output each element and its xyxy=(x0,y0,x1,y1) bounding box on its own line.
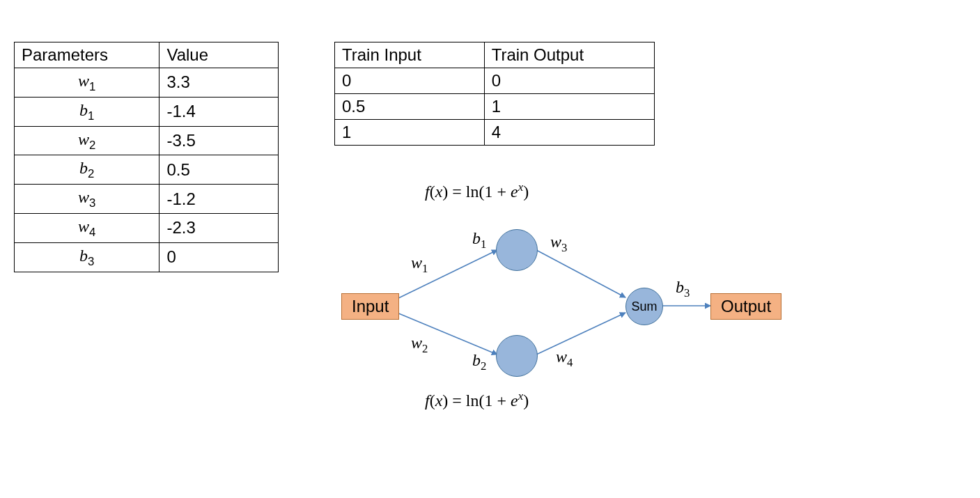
activation-top: f(x) = ln(1 + ex) xyxy=(425,180,529,201)
table-row: w2-3.5 xyxy=(15,126,279,155)
network-diagram: f(x) = ln(1 + ex) f(x) = ln(1 + ex) Inpu… xyxy=(334,173,766,424)
label-w3: w3 xyxy=(550,233,567,255)
output-node: Output xyxy=(710,293,781,320)
table-row: w13.3 xyxy=(15,68,279,98)
params-header-value: Value xyxy=(160,42,279,68)
table-row: b30 xyxy=(15,242,279,272)
train-header-input: Train Input xyxy=(335,42,485,68)
hidden-node-2 xyxy=(496,335,538,377)
table-row: 00 xyxy=(335,68,655,94)
table-row: 0.51 xyxy=(335,94,655,120)
table-row: b1-1.4 xyxy=(15,97,279,126)
svg-line-3 xyxy=(536,313,625,355)
hidden-node-1 xyxy=(496,229,538,271)
activation-bottom: f(x) = ln(1 + ex) xyxy=(425,389,529,410)
train-header-output: Train Output xyxy=(484,42,654,68)
table-row: b20.5 xyxy=(15,155,279,185)
label-w1: w1 xyxy=(411,254,428,276)
label-b1: b1 xyxy=(472,229,486,251)
table-row: 14 xyxy=(335,120,655,146)
svg-line-2 xyxy=(536,250,625,297)
table-row: w4-2.3 xyxy=(15,213,279,242)
sum-node: Sum xyxy=(625,288,663,325)
parameters-table: Parameters Value w13.3 b1-1.4 w2-3.5 b20… xyxy=(14,42,279,272)
label-b3: b3 xyxy=(676,278,690,300)
label-b2: b2 xyxy=(472,351,486,373)
train-table: Train Input Train Output 00 0.51 14 xyxy=(334,42,655,146)
input-node: Input xyxy=(341,293,399,320)
label-w2: w2 xyxy=(411,334,428,356)
label-w4: w4 xyxy=(556,348,573,370)
params-header-param: Parameters xyxy=(15,42,160,68)
table-row: w3-1.2 xyxy=(15,185,279,214)
